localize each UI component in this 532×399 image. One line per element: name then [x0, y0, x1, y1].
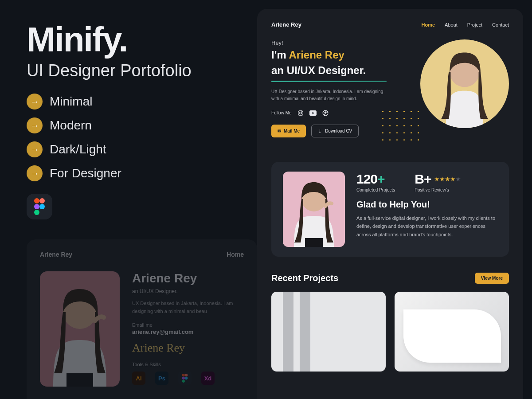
feature-list: → Minimal → Modern → Dark/Light → For De… — [27, 94, 248, 181]
feature-item: → Modern — [27, 117, 248, 133]
person-illustration — [283, 172, 345, 247]
hero-name: Ariene Rey — [289, 49, 344, 61]
download-cv-label: Download CV — [325, 129, 352, 133]
svg-point-4 — [34, 210, 39, 215]
nav-links: Home About Project Contact — [422, 22, 509, 27]
svg-point-7 — [301, 111, 302, 112]
hero-line-1: I'm Ariene Rey — [271, 49, 410, 62]
rating-value-row: B+ ★★★★★ — [415, 172, 461, 187]
rating-value: B+ — [415, 172, 431, 187]
feature-label: Minimal — [50, 94, 92, 109]
hero: Hey! I'm Ariene Rey an UI/UX Designer. U… — [271, 39, 509, 137]
stat-rating: B+ ★★★★★ Positive Review's — [415, 172, 461, 192]
about-email[interactable]: ariene.rey@gmail.com — [132, 329, 244, 335]
about-name: Ariene Rey — [132, 271, 244, 286]
projects-number: 120 — [356, 172, 377, 186]
svg-point-15 — [182, 374, 185, 376]
feature-item: → For Designer — [27, 165, 248, 181]
person-illustration — [40, 271, 120, 387]
illustrator-icon: Ai — [132, 372, 145, 385]
feature-label: For Designer — [50, 166, 121, 180]
about-photo — [40, 271, 120, 387]
stats-photo — [283, 172, 345, 247]
hero-photo — [420, 39, 509, 128]
about-role: an UI/UX Designer. — [132, 288, 244, 294]
follow-label: Follow Me — [271, 110, 292, 115]
about-description: UX Designer based in Jakarta, Indonesia.… — [132, 300, 244, 315]
top-nav: Arlene Rey Home About Project Contact — [271, 21, 509, 28]
download-icon: ⭳ — [318, 129, 322, 133]
nav-link-home[interactable]: Home — [422, 22, 435, 27]
photoshop-icon: Ps — [155, 372, 168, 385]
arrow-right-icon: → — [27, 117, 43, 133]
product-title: Minify. — [27, 22, 248, 57]
svg-point-0 — [34, 198, 39, 203]
arrow-right-icon: → — [27, 94, 43, 110]
mail-icon: ✉ — [278, 129, 281, 133]
nav-link-about[interactable]: About — [445, 22, 458, 27]
about-text: Ariene Rey an UI/UX Designer. UX Designe… — [132, 271, 244, 387]
download-cv-button[interactable]: ⭳ Download CV — [311, 125, 359, 137]
plus-icon: + — [377, 172, 385, 186]
stat-projects: 120+ Completed Projects — [356, 172, 395, 192]
feature-label: Modern — [50, 118, 92, 133]
star-rating-icon: ★★★★★ — [434, 176, 461, 182]
tools-label: Tools & Skills — [132, 362, 244, 367]
about-nav: Arlene Rey Home — [40, 251, 244, 258]
instagram-icon[interactable] — [297, 110, 304, 117]
stat-row: 120+ Completed Projects B+ ★★★★★ Positiv… — [356, 172, 497, 192]
glad-title: Glad to Help You! — [356, 200, 497, 210]
svg-point-16 — [185, 374, 188, 376]
project-thumbnail[interactable] — [271, 292, 386, 372]
decorative-dots — [382, 111, 420, 142]
about-nav-home[interactable]: Home — [227, 251, 244, 258]
hero-description: UX Designer based in Jakarta, Indonesia.… — [271, 88, 387, 102]
person-illustration — [420, 39, 509, 128]
signature: Ariene Rey — [132, 341, 244, 355]
svg-point-18 — [185, 377, 188, 379]
recent-projects-title: Recent Projects — [271, 273, 338, 283]
product-subtitle: UI Designer Portofolio — [27, 61, 248, 80]
glad-description: As a full-service digital designer, I wo… — [356, 214, 497, 239]
xd-icon: Xd — [201, 372, 215, 385]
projects-count: 120+ — [356, 172, 395, 187]
feature-label: Dark/Light — [50, 142, 106, 156]
svg-rect-13 — [66, 373, 93, 387]
arrow-right-icon: → — [27, 141, 43, 157]
nav-link-contact[interactable]: Contact — [492, 22, 509, 27]
svg-point-6 — [299, 112, 301, 114]
avatar-circle — [420, 39, 509, 128]
svg-point-17 — [182, 377, 185, 379]
youtube-icon[interactable] — [309, 110, 317, 117]
project-thumbnail[interactable] — [395, 292, 509, 372]
hero-greeting: Hey! — [271, 39, 410, 46]
stats-card: 120+ Completed Projects B+ ★★★★★ Positiv… — [271, 162, 509, 257]
nav-link-project[interactable]: Project — [467, 22, 482, 27]
about-brand[interactable]: Arlene Rey — [40, 251, 72, 258]
about-preview: Arlene Rey Home Ariene Rey an UI/UX Desi… — [27, 239, 257, 399]
mail-me-button[interactable]: ✉ Mail Me — [271, 125, 306, 137]
svg-point-2 — [34, 204, 39, 209]
svg-point-3 — [39, 204, 45, 209]
mail-me-label: Mail Me — [284, 129, 300, 133]
svg-point-19 — [182, 380, 185, 383]
hero-underline — [271, 81, 387, 82]
tool-row: Ai Ps Xd — [132, 372, 244, 385]
projects-label: Completed Projects — [356, 188, 395, 192]
svg-rect-11 — [305, 238, 323, 247]
feature-item: → Minimal — [27, 94, 248, 110]
hero-line-2: an UI/UX Designer. — [271, 64, 410, 77]
portfolio-preview: Arlene Rey Home About Project Contact He… — [257, 9, 523, 399]
about-body: Ariene Rey an UI/UX Designer. UX Designe… — [40, 271, 244, 387]
feature-item: → Dark/Light — [27, 141, 248, 157]
figma-icon — [27, 194, 52, 219]
dribbble-icon[interactable] — [322, 110, 329, 117]
about-email-label: Email me — [132, 322, 244, 328]
rating-label: Positive Review's — [415, 188, 461, 192]
recent-projects-header: Recent Projects View More — [271, 273, 509, 284]
brand[interactable]: Arlene Rey — [271, 21, 301, 28]
project-thumbnails — [271, 292, 509, 372]
marketing-panel: Minify. UI Designer Portofolio → Minimal… — [27, 22, 248, 219]
figma-icon — [178, 372, 192, 385]
view-more-button[interactable]: View More — [475, 273, 509, 284]
